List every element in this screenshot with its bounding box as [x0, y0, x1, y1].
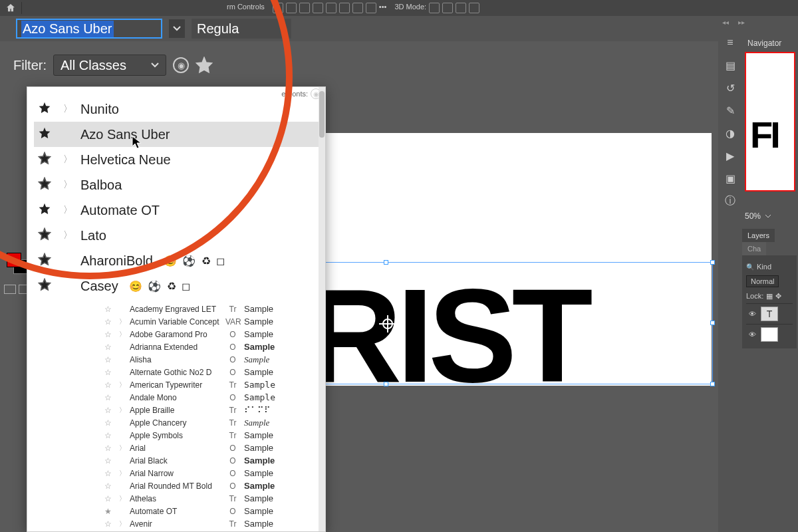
info-icon[interactable]: ⓘ	[724, 194, 737, 207]
favorite-star-icon[interactable]: ☆	[104, 317, 112, 327]
align-vmid-icon[interactable]	[326, 3, 336, 13]
actions-icon[interactable]: ▶	[724, 149, 737, 162]
font-list-row[interactable]: ☆Arial Rounded MT BoldOSample	[100, 479, 325, 492]
home-icon[interactable]	[5, 3, 16, 13]
font-dropdown-panel[interactable]: e Fonts: ◉ 〉NunitoAzo Sans Uber〉Helvetic…	[27, 86, 326, 532]
navigator-zoom[interactable]: 50%	[745, 211, 771, 221]
align-bottom-icon[interactable]	[339, 3, 350, 13]
3d-light-icon[interactable]	[469, 3, 479, 13]
blend-mode-select[interactable]: Normal	[746, 275, 779, 287]
favorite-star-icon[interactable]	[38, 278, 53, 295]
more-icon[interactable]: •••	[379, 3, 387, 13]
font-list-row[interactable]: ☆Academy Engraved LETTrSample	[100, 303, 325, 315]
foreground-color[interactable]	[7, 253, 21, 267]
favorite-star-icon[interactable]: ☆	[104, 418, 112, 428]
favorite-star-icon[interactable]	[38, 152, 53, 168]
visibility-icon[interactable]: 👁	[747, 331, 757, 338]
history-icon[interactable]: ↺	[724, 81, 737, 94]
favorite-star-icon[interactable]: ☆	[104, 469, 112, 478]
standard-mode-icon[interactable]	[4, 285, 16, 294]
expand-icon[interactable]: 〉	[119, 494, 124, 503]
scrollbar-thumb[interactable]	[319, 91, 325, 138]
expand-icon[interactable]: 〉	[119, 519, 124, 529]
creative-cloud-icon[interactable]: ◉	[173, 57, 189, 73]
font-list-row[interactable]: ☆〉Adobe Garamond ProOSample	[100, 328, 325, 340]
favorite-star-icon[interactable]	[38, 202, 53, 219]
font-list-row[interactable]: ★Automate OTOSample	[100, 505, 325, 517]
font-family-select[interactable]: Azo Sans Uber	[16, 19, 162, 39]
favorite-star-icon[interactable]: ☆	[104, 393, 112, 402]
expand-icon[interactable]: 〉	[63, 154, 70, 166]
expand-icon[interactable]: 〉	[119, 469, 124, 478]
font-list-row[interactable]: ☆AlishaOSample	[100, 353, 325, 366]
favorite-star-icon[interactable]: ☆	[104, 342, 112, 352]
font-list-row[interactable]: ☆Apple ChanceryTrSample	[100, 416, 325, 429]
align-right-icon[interactable]	[299, 3, 310, 13]
layer-row[interactable]: 👁 T	[746, 303, 793, 324]
expand-icon[interactable]: 〉	[119, 317, 124, 327]
font-list-row[interactable]: ☆Adrianna ExtendedOSample	[100, 340, 325, 353]
font-favorite-row[interactable]: Azo Sans Uber	[34, 122, 325, 147]
expand-icon[interactable]: 〉	[119, 380, 124, 390]
align-center-icon[interactable]	[286, 3, 297, 13]
expand-icon[interactable]: 〉	[119, 330, 124, 339]
expand-icon[interactable]: 〉	[119, 444, 124, 453]
font-favorite-row[interactable]: Casey😊 ⚽ ♻ ◻	[34, 273, 325, 299]
favorite-star-icon[interactable]: ☆	[104, 355, 112, 364]
font-favorite-row[interactable]: 〉Helvetica Neue	[34, 147, 325, 172]
distribute-v-icon[interactable]	[366, 3, 376, 13]
distribute-h-icon[interactable]	[352, 3, 363, 13]
align-left-icon[interactable]	[273, 3, 283, 13]
font-style-select[interactable]: Regula	[192, 19, 291, 39]
font-list-row[interactable]: ☆〉Acumin Variable ConceptVARSample	[100, 315, 325, 328]
favorite-star-icon[interactable]	[38, 126, 53, 143]
font-favorite-row[interactable]: AharoniBold😊 ⚽ ♻ ◻	[34, 248, 325, 273]
expand-icon[interactable]: 〉	[63, 204, 70, 216]
font-list-row[interactable]: ☆〉Arial NarrowOSample	[100, 467, 325, 479]
font-list-row[interactable]: ☆Arial BlackOSample	[100, 454, 325, 467]
font-list-row[interactable]: ☆〉Apple BrailleTr⠎⠁⠍⠏	[100, 404, 325, 416]
resize-handle[interactable]	[384, 260, 388, 265]
font-favorite-row[interactable]: 〉Lato	[34, 223, 325, 248]
favorite-star-icon[interactable]: ☆	[104, 519, 112, 529]
favorite-star-icon[interactable]: ☆	[104, 380, 112, 390]
resize-handle[interactable]	[384, 382, 388, 386]
favorite-star-icon[interactable]	[38, 253, 53, 269]
favorite-star-icon[interactable]: ☆	[104, 305, 112, 314]
favorite-star-icon[interactable]: ☆	[104, 481, 112, 491]
expand-icon[interactable]: 〉	[63, 229, 70, 241]
font-list-row[interactable]: ☆〉AthelasTrSample	[100, 492, 325, 505]
properties-icon[interactable]: ▣	[724, 172, 737, 185]
align-top-icon[interactable]	[313, 3, 323, 13]
resize-handle[interactable]	[710, 260, 715, 265]
3d-orbit-icon[interactable]	[429, 3, 440, 13]
favorite-star-icon[interactable]: ☆	[104, 406, 112, 415]
favorite-star-icon[interactable]: ☆	[104, 444, 112, 453]
tab-channels[interactable]: Cha	[742, 242, 766, 255]
font-dropdown-button[interactable]	[169, 19, 185, 38]
layer-thumbnail[interactable]: T	[761, 307, 778, 321]
font-list-row[interactable]: ☆Alternate Gothic No2 DOSample	[100, 366, 325, 378]
layer-row[interactable]: 👁	[746, 324, 793, 344]
favorite-star-icon[interactable]: ☆	[104, 368, 112, 377]
font-favorite-row[interactable]: 〉Balboa	[34, 172, 325, 198]
favorite-star-icon[interactable]	[38, 177, 53, 194]
favorite-star-icon[interactable]: ☆	[104, 330, 112, 339]
panel-collapse-icon[interactable]: ▸▸	[738, 19, 745, 26]
filter-classes-select[interactable]: All Classes	[53, 55, 166, 76]
favorite-star-icon[interactable]: ☆	[104, 431, 112, 440]
favorite-star-icon[interactable]: ☆	[104, 494, 112, 503]
font-list-row[interactable]: ☆〉ArialOSample	[100, 442, 325, 454]
3d-pan-icon[interactable]	[442, 3, 453, 13]
font-list-row[interactable]: ☆Andale MonoOSample	[100, 391, 325, 404]
expand-icon[interactable]: 〉	[119, 406, 124, 415]
adjustments-icon[interactable]: ≡	[724, 36, 737, 49]
font-favorite-row[interactable]: 〉Automate OT	[34, 198, 325, 223]
styles-icon[interactable]: ▤	[724, 59, 737, 72]
tab-layers[interactable]: Layers	[742, 229, 775, 242]
resize-handle[interactable]	[710, 321, 715, 325]
font-list-row[interactable]: ☆Apple SymbolsTrSample	[100, 429, 325, 442]
3d-slide-icon[interactable]	[456, 3, 466, 13]
brush-icon[interactable]: ✎	[724, 104, 737, 117]
favorite-star-icon[interactable]	[38, 227, 53, 244]
